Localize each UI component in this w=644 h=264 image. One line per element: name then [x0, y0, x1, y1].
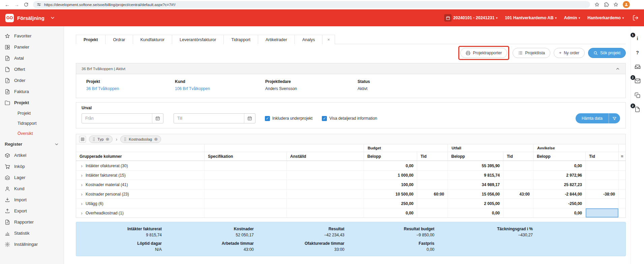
from-date-input[interactable]	[82, 114, 152, 123]
column-menu-icon[interactable]: ≡	[618, 152, 625, 160]
forward-icon[interactable]: →	[14, 2, 19, 7]
sidebar-item-faktura[interactable]: Faktura	[0, 86, 64, 97]
table-cell[interactable]	[204, 208, 286, 217]
column-header[interactable]: Tid	[417, 152, 448, 160]
table-cell[interactable]: 1 000,00	[364, 171, 417, 180]
sidebar-item-paneler[interactable]: Paneler	[0, 41, 64, 53]
table-cell[interactable]: 0,00	[533, 161, 585, 170]
table-cell[interactable]: -250,00	[533, 199, 585, 208]
table-cell[interactable]: 250,00	[364, 199, 417, 208]
reload-icon[interactable]	[24, 2, 29, 7]
table-cell[interactable]	[417, 208, 448, 217]
column-header[interactable]: Anställd	[286, 152, 364, 160]
extensions-icon[interactable]	[604, 2, 609, 7]
role-dropdown[interactable]: Admin ▾	[564, 16, 580, 20]
column-header[interactable]: Tid	[503, 152, 533, 160]
drag-handle-icon[interactable]	[92, 137, 95, 141]
visa-detaljerad-checkbox[interactable]: ✓ Visa detaljerad information	[322, 116, 377, 121]
sidebar-item-artikel[interactable]: Artikel	[0, 150, 64, 161]
go-logo[interactable]: GO	[5, 14, 14, 22]
table-cell[interactable]: 55 395,90	[448, 161, 503, 170]
inkludera-underprojekt-checkbox[interactable]: ✓ Inkludera underprojekt	[265, 116, 312, 121]
expand-chevron-icon[interactable]: ›	[81, 201, 83, 206]
bookmark-star-icon[interactable]	[594, 2, 600, 7]
remove-icon[interactable]: ⊗	[106, 137, 110, 141]
table-cell[interactable]	[204, 161, 286, 170]
sidebar-item-export[interactable]: Export	[0, 205, 64, 216]
tab-analys[interactable]: Analys	[295, 35, 323, 44]
projekt-link[interactable]: 36 Brf Tvålkoppen	[86, 86, 175, 91]
table-row[interactable]: ›Overheadkostnad (1) 0,00 0,00 0,00	[76, 208, 625, 217]
table-cell[interactable]	[204, 189, 286, 199]
close-tab-icon[interactable]: ×	[322, 35, 335, 44]
expand-chevron-icon[interactable]: ›	[81, 210, 83, 215]
table-cell[interactable]: -38:00	[585, 189, 618, 199]
expand-chevron-icon[interactable]: ›	[81, 182, 83, 187]
expand-chevron-icon[interactable]: ›	[81, 192, 83, 197]
table-cell[interactable]: 43:00	[503, 189, 533, 199]
sidebar-item-favoriter[interactable]: Favoriter	[0, 30, 64, 41]
remove-icon[interactable]: ⊗	[154, 137, 158, 141]
hamta-data-button[interactable]: Hämta data	[576, 113, 620, 123]
sidebar-item-lager[interactable]: Lager	[0, 172, 64, 183]
table-cell[interactable]: 0,00	[533, 208, 585, 217]
messages-button[interactable]: 2	[634, 78, 641, 84]
info-button[interactable]: 1 i	[634, 35, 641, 42]
table-cell[interactable]	[286, 180, 364, 189]
table-cell[interactable]	[417, 199, 448, 208]
column-header[interactable]: Tid	[585, 152, 618, 160]
column-header[interactable]: Grupperade kolumner	[76, 152, 204, 160]
column-header[interactable]: Specifikation	[204, 152, 286, 160]
address-bar[interactable]: https://development.softone.se/soe/billi…	[33, 1, 590, 8]
sidebar-subitem-projekt[interactable]: Projekt	[0, 108, 64, 118]
table-cell[interactable]	[286, 208, 364, 217]
tab-leverantorsfakturor[interactable]: Leverantörsfakturor	[172, 35, 224, 44]
table-row[interactable]: ›Intäkter fakturerat (15) 1 000,00 9 815…	[76, 170, 625, 180]
table-cell[interactable]	[585, 180, 618, 189]
table-row[interactable]: ›Kostnader material (41) 100,00 34 989,1…	[76, 180, 625, 189]
table-cell[interactable]	[417, 171, 448, 180]
pinned-extension-icon[interactable]	[613, 2, 618, 7]
column-header[interactable]: Belopp	[364, 152, 417, 160]
column-header[interactable]: Belopp	[448, 152, 503, 160]
table-cell[interactable]: -2 844,00	[533, 189, 585, 199]
table-cell[interactable]	[417, 161, 448, 170]
tab-projekt[interactable]: Projekt	[76, 35, 105, 44]
documents-button[interactable]	[634, 92, 641, 98]
sidebar-item-rapporter[interactable]: Rapporter	[0, 216, 64, 228]
table-cell[interactable]	[417, 180, 448, 189]
table-cell[interactable]: 0,00	[364, 161, 417, 170]
group-panel-icon[interactable]	[79, 136, 86, 143]
company-dropdown[interactable]: 101 Hantverkardemo AB ▾	[505, 16, 556, 20]
expand-chevron-icon[interactable]: ›	[81, 173, 83, 178]
sidebar-item-kund[interactable]: Kund	[0, 183, 64, 194]
tab-tidrapport[interactable]: Tidrapport	[223, 35, 258, 44]
archive-button[interactable]	[634, 63, 641, 70]
table-cell[interactable]	[204, 171, 286, 180]
table-cell[interactable]: 0,00	[364, 208, 417, 217]
table-cell[interactable]	[286, 199, 364, 208]
table-cell[interactable]: 2 972,96	[533, 171, 585, 180]
kund-link[interactable]: 106 Brf Tvålkoppen	[175, 86, 265, 91]
sok-projekt-button[interactable]: Sök projekt	[588, 48, 626, 58]
table-cell[interactable]: 60:00	[417, 189, 448, 199]
filter-icon[interactable]	[609, 113, 620, 123]
url-text[interactable]: https://development.softone.se/soe/billi…	[44, 3, 176, 7]
group-chip-typ[interactable]: Typ ⊗	[89, 136, 113, 143]
table-cell[interactable]: 100,00	[364, 180, 417, 189]
table-cell[interactable]	[503, 208, 533, 217]
projektlista-button[interactable]: Projektlista	[513, 48, 550, 58]
table-cell[interactable]	[503, 180, 533, 189]
to-date-input[interactable]	[174, 114, 244, 123]
table-row[interactable]: ›Kostnader personal (23) 10 500,00 60:00…	[76, 189, 625, 199]
table-cell[interactable]	[204, 199, 286, 208]
sidebar-subitem-oversikt[interactable]: Översikt	[0, 128, 64, 139]
sidebar-item-import[interactable]: Import	[0, 194, 64, 205]
table-cell[interactable]	[204, 180, 286, 189]
table-cell[interactable]: 25 827,23	[533, 180, 585, 189]
sidebar-item-order[interactable]: Order	[0, 75, 64, 86]
table-row[interactable]: ›Utlägg (6) 250,00 2 005,00 -250,00	[76, 199, 625, 208]
sidebar-item-inkop[interactable]: Inköp	[0, 161, 64, 172]
group-chip-kostnadsslag[interactable]: Kostnadsslag ⊗	[120, 136, 161, 143]
table-cell[interactable]	[286, 161, 364, 170]
